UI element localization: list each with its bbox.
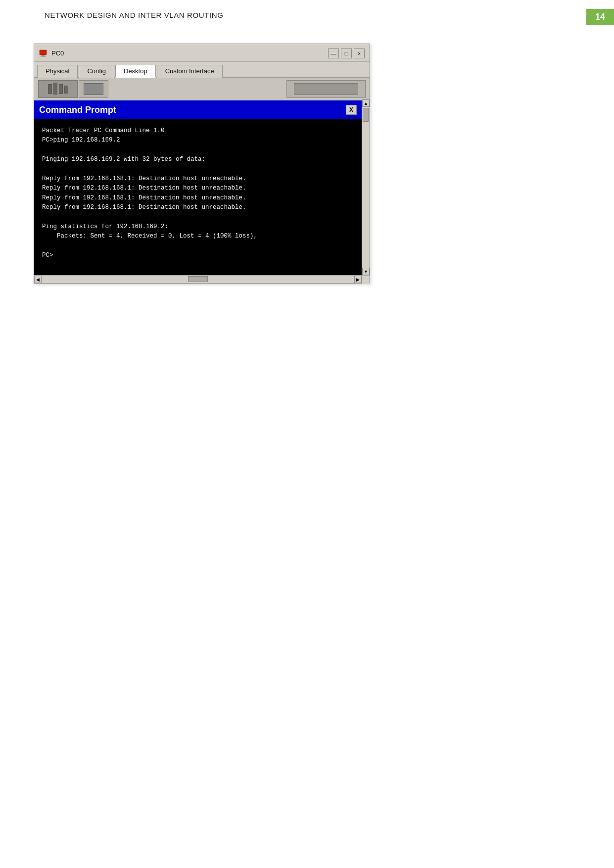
scroll-down-arrow[interactable]: ▼: [362, 268, 370, 275]
scroll-thumb-v[interactable]: [363, 108, 369, 122]
toolbar-icon-2[interactable]: [79, 80, 108, 98]
title-bar: PC0 — □ ×: [34, 44, 370, 62]
tab-physical[interactable]: Physical: [37, 65, 78, 78]
tab-desktop[interactable]: Desktop: [115, 65, 156, 78]
tab-custom-interface[interactable]: Custom Interface: [157, 65, 223, 78]
maximize-button[interactable]: □: [341, 48, 352, 58]
svg-rect-2: [41, 56, 46, 57]
svg-rect-0: [40, 50, 47, 55]
page-title: NETWORK DESIGN AND INTER VLAN ROUTING: [45, 11, 223, 19]
tab-bar: Physical Config Desktop Custom Interface: [34, 62, 370, 78]
tab-config[interactable]: Config: [79, 65, 114, 78]
scroll-up-arrow[interactable]: ▲: [362, 99, 370, 107]
vertical-scrollbar[interactable]: ▲ ▼: [362, 99, 370, 275]
page-number-badge: 14: [586, 9, 614, 25]
title-bar-left: PC0: [38, 48, 64, 58]
scroll-track-h[interactable]: [42, 276, 354, 283]
scroll-left-arrow[interactable]: ◀: [34, 276, 42, 283]
pc-window-icon: [38, 48, 48, 58]
cmd-header: Command Prompt X: [34, 100, 362, 119]
close-window-button[interactable]: ×: [354, 48, 365, 58]
toolbar-area: [34, 78, 370, 100]
cmd-prompt-title: Command Prompt: [39, 105, 116, 115]
scroll-corner: [362, 276, 370, 284]
cmd-screen[interactable]: Packet Tracer PC Command Line 1.0 PC>pin…: [34, 119, 362, 275]
scroll-right-arrow[interactable]: ▶: [354, 276, 362, 283]
toolbar-icon-3[interactable]: [286, 80, 366, 98]
title-bar-controls[interactable]: — □ ×: [328, 48, 365, 58]
minimize-button[interactable]: —: [328, 48, 339, 58]
scroll-track-v[interactable]: [362, 107, 370, 268]
horizontal-scrollbar[interactable]: ◀ ▶: [34, 275, 370, 283]
cmd-container: Command Prompt X Packet Tracer PC Comman…: [34, 100, 370, 275]
svg-rect-1: [42, 55, 45, 56]
scroll-thumb-h[interactable]: [188, 276, 208, 282]
cmd-close-button[interactable]: X: [346, 105, 357, 115]
pc0-window: PC0 — □ × Physical Config Desktop Custom…: [34, 44, 370, 284]
toolbar-icon-1[interactable]: [38, 80, 78, 98]
window-title-text: PC0: [51, 49, 64, 57]
toolbar-icon-group-1: [38, 80, 108, 98]
